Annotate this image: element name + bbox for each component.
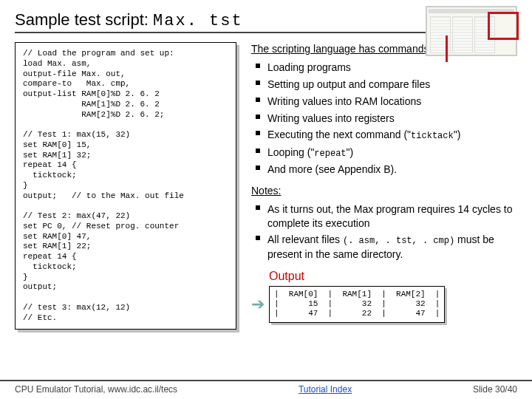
arrow-icon: ➔	[251, 286, 265, 316]
list-item: Writing values into registers	[251, 110, 517, 127]
code-block: // Load the program and set up: load Max…	[15, 42, 236, 330]
output-label: Output	[269, 268, 517, 284]
screenshot-thumbnail	[426, 6, 517, 56]
list-item: Setting up output and compare files	[251, 76, 517, 93]
title-filename: Max. tst	[153, 12, 243, 30]
list-item: And more (see Appendix B).	[251, 161, 517, 178]
list-item: All relevant files (. asm, . tst, . cmp)…	[251, 231, 517, 262]
notes-list: As it turns out, the Max program require…	[251, 201, 517, 263]
list-item: As it turns out, the Max program require…	[251, 201, 517, 232]
list-item: Executing the next command ("ticktack")	[251, 126, 517, 143]
title-text: Sample test script:	[15, 10, 153, 29]
notes-heading: Notes:	[251, 184, 517, 198]
slide-number: Slide 30/40	[473, 384, 517, 395]
tutorial-index-link[interactable]: Tutorial Index	[299, 384, 352, 395]
list-item: Writing values into RAM locations	[251, 93, 517, 110]
footer-left: CPU Emulator Tutorial, www.idc.ac.il/tec…	[15, 384, 177, 395]
footer: CPU Emulator Tutorial, www.idc.ac.il/tec…	[0, 380, 532, 395]
commands-list: Loading programs Setting up output and c…	[251, 59, 517, 178]
list-item: Loading programs	[251, 59, 517, 76]
output-table: | RAM[0] | RAM[1] | RAM[2] | | 15 | 32 |…	[269, 286, 445, 323]
callout-box	[488, 12, 519, 40]
list-item: Looping ("repeat")	[251, 144, 517, 161]
